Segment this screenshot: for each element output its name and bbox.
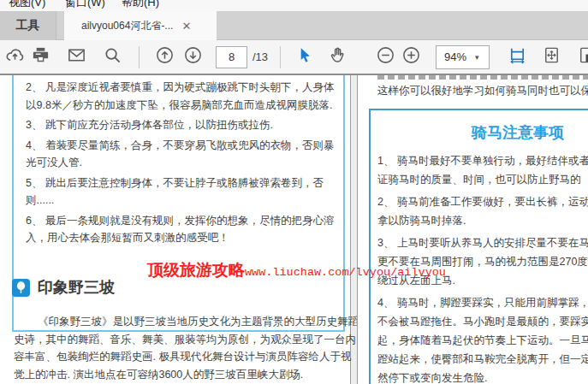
- hand-tool-button[interactable]: [324, 44, 350, 70]
- fit-page-icon: [542, 45, 561, 68]
- doc-text-line: 容丰富、包装绚烂的舞蹈史画. 极具现代化舞台设计与演员阵容给人于视: [14, 348, 359, 366]
- menu-help[interactable]: 帮助(H): [122, 0, 159, 10]
- tips-box-riding: 骑马注意事项 1、 骑马时最好不要单独行动，最好结伴或者 证骑马时的质量、时间，…: [369, 109, 588, 384]
- toolbar-separator: [139, 46, 140, 68]
- zoom-level-select[interactable]: 94% ▾: [436, 45, 490, 69]
- document-tab-label: ailvyou064河北省-...: [81, 19, 173, 33]
- cursor-arrow-icon: [295, 45, 315, 68]
- doc-text-line: 不会被马蹬拖住。马小跑时是最颠的，要踩实: [377, 312, 588, 331]
- doc-text-line: 以9.8米／秒方的加速度下坠，很容易脑部充血而造成视网膜脱落.: [26, 97, 343, 115]
- doc-text-line: 4、 着装要尽量简练，合身，不要穿易飞散或兜风的衣物，否则暴: [26, 137, 343, 155]
- document-area[interactable]: 2、 凡是深度近视者要慎重，因为硬式蹦极跳下时头朝下，人身体 以9.8米／秒方的…: [0, 75, 588, 384]
- menu-window[interactable]: 窗口(W): [65, 0, 105, 10]
- doc-text-line: 《印象野三坡》是以野三坡当地历史文化为主题背景的大型历史舞蹈: [14, 313, 359, 331]
- doc-text-line: 3、 上马时要听从养马人的安排尽量不要在马: [377, 233, 588, 252]
- clipped-text-line: [377, 75, 588, 80]
- menu-view[interactable]: 视图(V): [9, 0, 45, 10]
- doc-text-line: 2、 凡是深度近视者要慎重，因为硬式蹦极跳下时头朝下，人身体: [26, 79, 343, 97]
- zoom-out-button[interactable]: [372, 44, 398, 70]
- zoom-level-value: 94%: [444, 50, 466, 63]
- select-tool-button[interactable]: [292, 44, 318, 70]
- hand-icon: [328, 45, 347, 68]
- fit-width-button[interactable]: [504, 44, 530, 70]
- page-total-label: /13: [252, 50, 268, 63]
- doc-text-line: 然停下或变向发生危险.: [377, 369, 588, 384]
- doc-text-line: 起，身体随着马起伏的节奏上下运动。一旦马: [377, 331, 588, 350]
- section-title: 印象野三坡: [38, 277, 115, 298]
- doc-text-line: 证骑马时的质量、时间，也可以防止野马的: [377, 170, 588, 189]
- doc-text-line: 6、 最后一条规则就是没有规则，发挥你的想象，尽情的把身心溶: [26, 212, 343, 230]
- fit-page-button[interactable]: [538, 44, 564, 70]
- open-file-button[interactable]: [2, 44, 27, 70]
- pdf-page-right: 这样你可以很好地学习如何骑马同时也可以保障 骑马注意事项 1、 骑马时最好不要单…: [357, 75, 588, 384]
- yesanpo-paragraph-1: 《印象野三坡》是以野三坡当地历史文化为主题背景的大型历史舞蹈 史诗，其中的舞蹈、…: [14, 313, 359, 383]
- section-heading-yesanpo: 印象野三坡: [12, 277, 115, 298]
- pdf-page-left: 2、 凡是深度近视者要慎重，因为硬式蹦极跳下时头朝下，人身体 以9.8米／秒方的…: [0, 75, 351, 384]
- doc-text-line: 则......: [26, 192, 343, 210]
- search-icon: [103, 45, 122, 68]
- doc-text-line: 史诗，其中的舞蹈、音乐、舞美、服装等均为原创，为观众呈现了一台内: [14, 331, 359, 349]
- minus-circle-icon: [376, 45, 395, 68]
- close-tab-icon[interactable]: ✕: [181, 20, 191, 32]
- menu-bar: 视图(V) 窗口(W) 帮助(H): [0, 0, 588, 11]
- doc-text-line: 入，用心去体会那短暂而又刺激的感受吧！: [26, 229, 343, 247]
- read-mode-button[interactable]: [573, 44, 588, 70]
- fit-width-icon: [508, 45, 527, 68]
- arrow-down-circle-icon: [183, 45, 203, 68]
- chevron-down-icon: ▾: [475, 53, 479, 62]
- pdf-viewer-window: 视图(V) 窗口(W) 帮助(H) 工具 ailvyou064河北省-... ✕: [0, 0, 588, 384]
- read-mode-icon: [576, 45, 588, 68]
- plus-circle-icon: [401, 45, 421, 68]
- next-page-button[interactable]: [180, 44, 205, 70]
- riding-box-title: 骑马注意事项: [472, 122, 588, 143]
- toolbar-separator: [280, 46, 281, 68]
- doc-text-line: 4、 骑马时，脚蹬要踩实，只能用前脚掌踩，: [377, 293, 588, 312]
- tab-tools[interactable]: 工具: [0, 11, 56, 40]
- doc-text-line: 1、 骑马时最好不要单独行动，最好结伴或者: [377, 151, 588, 170]
- doc-text-line: 觉上的冲击. 演出地点在可容纳3600人的野三坡百里峡大剧场.: [14, 366, 359, 384]
- doc-text-line: 2、 骑马前准备工作要做好，要出长裤，运动: [377, 192, 588, 211]
- print-button[interactable]: [27, 44, 53, 70]
- envelope-icon: [67, 45, 86, 68]
- previous-page-button[interactable]: [151, 44, 177, 70]
- tab-document[interactable]: ailvyou064河北省-... ✕: [64, 11, 217, 40]
- doc-text-line: 3、 跳下前应充分活动身体各部位，以防扭伤或拉伤.: [26, 116, 343, 134]
- doc-text-line: 蹬站起来，使臀部和马鞍完全脱离开，但一定: [377, 350, 588, 369]
- search-button[interactable]: [99, 44, 125, 70]
- doc-text-line: 5、 跳出后要注意控制身体，不要让脖子或胳膊被弹索卷到，否: [26, 174, 343, 192]
- main-toolbar: /13: [0, 40, 588, 75]
- cloud-open-icon: [5, 45, 25, 68]
- balloon-icon: [12, 279, 30, 297]
- tab-bar: 工具 ailvyou064河北省-... ✕: [0, 11, 588, 40]
- printer-icon: [31, 45, 50, 68]
- doc-text-line: 光可没人管.: [26, 154, 343, 172]
- email-button[interactable]: [63, 44, 89, 70]
- doc-text-line: 这样你可以很好地学习如何骑马同时也可以保障: [377, 82, 588, 100]
- zoom-in-button[interactable]: [398, 44, 424, 70]
- doc-text-line: 绕过从左面上马.: [377, 271, 588, 290]
- doc-text-line: 拿以防骑马时掉落.: [377, 211, 588, 230]
- doc-text-line: 更不要在马周围打闹，马的视力范围是270度: [377, 252, 588, 271]
- arrow-up-circle-icon: [155, 45, 175, 68]
- page-number-input[interactable]: [216, 46, 247, 68]
